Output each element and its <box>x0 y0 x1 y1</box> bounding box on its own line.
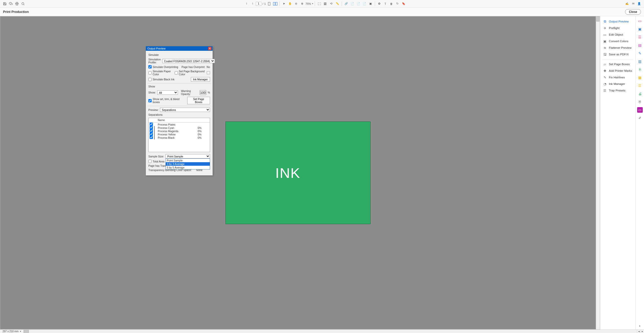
dialog-close-icon[interactable]: ✕ <box>208 47 212 50</box>
page-current-input[interactable] <box>256 2 261 6</box>
rail-icon-4[interactable]: ▤ <box>637 42 643 48</box>
show-boxes-checkbox[interactable] <box>148 99 152 102</box>
mail-icon[interactable]: ✉ <box>630 1 636 7</box>
set-page-boxes-button[interactable]: Set Page Boxes <box>187 97 210 104</box>
tool-stamp-icon[interactable]: ✿ <box>377 1 382 7</box>
rail-icon-print-production[interactable]: ▭ <box>637 107 643 113</box>
tool-bookmark-icon[interactable]: 🔖 <box>401 1 406 7</box>
hscroll-right-icon[interactable]: ▸ <box>640 330 644 333</box>
tool-doc1-icon[interactable]: 📄 <box>350 1 355 7</box>
tool-convert-colors[interactable]: ▣Convert Colors <box>600 38 635 44</box>
simulate-black-ink-checkbox[interactable] <box>148 78 152 81</box>
tool-trap-presets[interactable]: ☰Trap Presets <box>600 87 635 94</box>
rail-icon-shield[interactable]: ⛨ <box>637 99 643 105</box>
sample-size-option[interactable]: 3 by 3 Average <box>166 162 210 166</box>
simulate-paper-color-checkbox[interactable] <box>148 71 152 75</box>
tool-image-icon[interactable]: 🖼 <box>323 1 328 7</box>
rail-icon-9[interactable]: ☰ <box>637 83 643 88</box>
sample-size-combo[interactable]: Point Sample Point Sample3 by 3 Average5… <box>166 154 210 158</box>
set-bg-color-checkbox[interactable] <box>175 71 178 75</box>
bg-color-chip[interactable] <box>207 71 210 74</box>
tool-set-page-boxes[interactable]: ▱Set Page Boxes <box>600 61 635 67</box>
tool-doc3-icon[interactable]: 📄 <box>362 1 367 7</box>
sample-size-option[interactable]: 5 by 5 Average <box>166 166 210 169</box>
zoom-select[interactable]: 75% ▾ <box>306 2 313 5</box>
dialog-titlebar[interactable]: Output Preview ✕ <box>146 46 213 51</box>
separation-row[interactable]: Process Plates <box>149 123 210 126</box>
plate-checkbox[interactable] <box>150 126 153 129</box>
separation-row[interactable]: Process Magenta0% <box>149 129 210 132</box>
tool-flattener-preview[interactable]: ≋Flattener Preview <box>600 44 635 51</box>
tool-add-printer-marks[interactable]: ✚Add Printer Marks <box>600 67 635 74</box>
close-button[interactable]: Close <box>625 9 641 15</box>
tool-ruler-icon[interactable]: 📏 <box>335 1 340 7</box>
tool-preflight[interactable]: ✈Preflight <box>600 25 635 31</box>
show-select[interactable]: All <box>157 90 178 95</box>
simulate-overprinting-checkbox[interactable] <box>148 65 152 68</box>
ink-manager-button[interactable]: Ink Manager <box>191 77 210 82</box>
rail-icon-10[interactable]: 🖨 <box>637 91 643 97</box>
separation-row[interactable]: Process Black0% <box>149 136 210 139</box>
tool-save-as-pdf-x[interactable]: 🖫Save as PDF/X <box>600 51 635 58</box>
page-up-icon[interactable]: ⬆ <box>244 1 249 7</box>
tool-stack-icon[interactable]: ▣ <box>368 1 373 7</box>
pointer-icon[interactable]: ➤ <box>281 1 287 7</box>
preview-select[interactable]: Separations <box>160 108 210 112</box>
sample-size-option[interactable]: Point Sample <box>166 159 210 162</box>
rail-icon-6[interactable]: ▥ <box>637 59 643 64</box>
single-page-icon[interactable] <box>266 1 272 7</box>
save-icon[interactable] <box>2 1 8 7</box>
zoom-out-icon[interactable]: ⊖ <box>293 1 299 7</box>
sim-profile-select[interactable]: Coated FOGRA39 (ISO 12647-2:2004) <box>162 59 215 63</box>
hand-icon[interactable]: ✋ <box>287 1 293 7</box>
chevron-down-icon[interactable]: ▾ <box>20 330 21 332</box>
tool-link-icon[interactable]: 🔗 <box>343 1 349 7</box>
plate-checkbox[interactable] <box>150 129 153 132</box>
horizontal-scrollbar[interactable] <box>24 330 637 333</box>
rail-collapse-icon[interactable]: ▸ <box>639 324 641 327</box>
tool-refresh-icon[interactable]: ↻ <box>395 1 400 7</box>
sign-icon[interactable]: ✍ <box>624 1 630 7</box>
plate-checkbox[interactable] <box>150 132 153 136</box>
tool-doc2-icon[interactable]: 📄 <box>356 1 361 7</box>
rail-icon-3[interactable]: ☰ <box>637 34 643 40</box>
zoom-in-icon[interactable]: ⊕ <box>300 1 305 7</box>
rail-icon-1[interactable]: ▭ <box>637 18 643 24</box>
hscroll-left-icon[interactable]: ◂ <box>637 330 640 333</box>
two-page-icon[interactable] <box>272 1 278 7</box>
tool-trash-icon[interactable]: 🗑 <box>389 1 394 7</box>
tool-fix-hairlines[interactable]: ✎Fix Hairlines <box>600 74 635 81</box>
rail-icon-12[interactable]: ✐ <box>637 115 643 121</box>
tool-output-preview[interactable]: ⧉Output Preview <box>600 18 635 25</box>
document-viewport[interactable]: INK <box>0 16 596 329</box>
sample-size-dropdown[interactable]: Point Sample3 by 3 Average5 by 5 Average <box>166 158 210 170</box>
tool-label: Edit Object <box>609 33 623 36</box>
total-area-checkbox[interactable] <box>148 160 152 163</box>
separation-row[interactable]: Process Cyan0% <box>149 126 210 129</box>
rail-icon-8[interactable]: ▦ <box>637 75 643 80</box>
plate-checkbox[interactable] <box>150 136 153 139</box>
tool-edit-object[interactable]: ▭Edit Object <box>600 31 635 38</box>
print-icon[interactable] <box>14 1 20 7</box>
tool-ink-manager[interactable]: ◔Ink Manager <box>600 81 635 87</box>
tool-crop-icon[interactable]: ⛶ <box>316 1 322 7</box>
canvas-area: INK <box>0 16 600 329</box>
vertical-scrollbar[interactable] <box>596 16 600 329</box>
tool-rotate-icon[interactable]: ⟲ <box>329 1 334 7</box>
separation-row[interactable]: Process Yellow0% <box>149 132 210 136</box>
tool-icon: ☰ <box>603 88 607 92</box>
rail-icon-7[interactable]: ⎘ <box>637 67 643 72</box>
account-icon[interactable]: 👤 <box>636 1 642 7</box>
cloud-upload-icon[interactable] <box>8 1 14 7</box>
tool-text-icon[interactable]: T <box>383 1 388 7</box>
page-down-icon[interactable]: ⬇ <box>250 1 255 7</box>
rail-icon-5[interactable]: ✎ <box>637 51 643 56</box>
plate-checkbox[interactable] <box>150 123 153 126</box>
warning-opacity-input[interactable] <box>200 90 206 95</box>
hscroll-thumb[interactable] <box>24 330 29 333</box>
col-name-header: Name <box>158 118 198 122</box>
vscroll-thumb[interactable] <box>596 16 600 21</box>
sample-size-select[interactable]: Point Sample <box>166 154 210 158</box>
search-icon[interactable] <box>20 1 26 7</box>
rail-icon-2[interactable]: ▣ <box>637 26 643 32</box>
